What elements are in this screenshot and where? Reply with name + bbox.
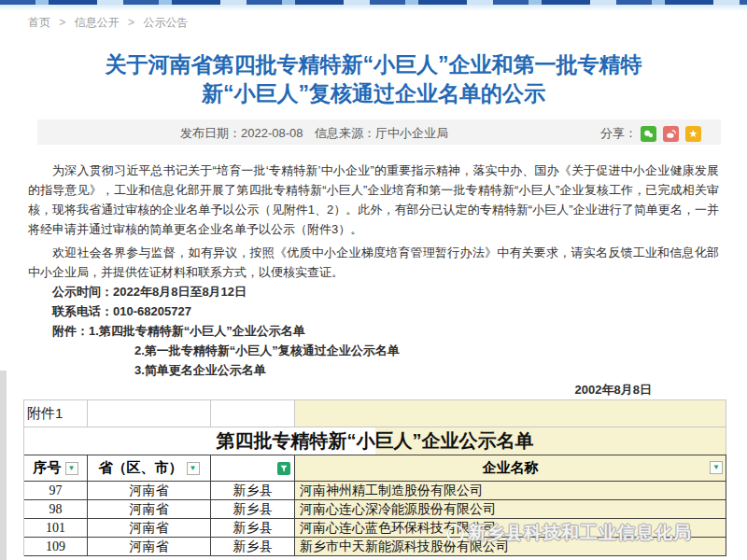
cell-no: 101: [24, 519, 88, 538]
cell-company: 河南神州精工制造股份有限公司: [295, 482, 726, 500]
attachment-link-1[interactable]: 附件：1.第四批专精特新“小巨人”企业公示名单: [28, 321, 719, 341]
filter-arrow-icon[interactable]: ▼: [187, 462, 200, 475]
empty-cell: [295, 399, 726, 427]
breadcrumb-separator: >: [59, 16, 65, 29]
table-row: 98 河南省 新乡县 河南心连心深冷能源股份有限公司: [24, 500, 726, 519]
filter-funnel-icon[interactable]: [277, 462, 290, 475]
cell-province: 河南省: [88, 482, 211, 500]
breadcrumb-separator: >: [128, 16, 134, 29]
table-row: 101 河南省 新乡县 河南心连心蓝色环保科技有限公司: [24, 519, 726, 538]
cell-province: 河南省: [88, 500, 211, 519]
cell-company: 河南心连心深冷能源股份有限公司: [295, 500, 726, 519]
cell-county: 新乡县: [211, 519, 295, 538]
attachment-link-3[interactable]: 3.简单更名企业公示名单: [28, 360, 719, 380]
article-body: 为深入贯彻习近平总书记关于“培育一批‘专精特新’中小企业”的重要指示精神，落实中…: [28, 161, 719, 399]
breadcrumb-announcements[interactable]: 公示公告: [143, 16, 188, 29]
attachment-label-row: 附件1: [24, 399, 726, 427]
publish-date: 发布日期：2022-08-08: [180, 125, 303, 142]
header-no-label: 序号: [34, 459, 62, 477]
share-label: 分享：: [600, 125, 637, 142]
empty-cell: [211, 399, 295, 427]
header-province-label: 省（区、市）: [99, 459, 183, 477]
left-gutter: [0, 371, 7, 560]
header-no: 序号 ▼: [24, 455, 88, 482]
filter-arrow-icon[interactable]: ▼: [65, 462, 78, 475]
page-title: 关于河南省第四批专精特新“小巨人”企业和第一批专精特 新“小巨人”复核通过企业名…: [37, 50, 710, 108]
share-bar: 分享： ★: [600, 125, 701, 142]
page-title-line2: 新“小巨人”复核通过企业名单的公示: [37, 79, 710, 108]
table-header-row: 序号 ▼ 省（区、市） ▼ 企业名称 ▼: [24, 455, 726, 482]
document-date: 2002年8月8日: [28, 380, 719, 399]
weibo-share-icon[interactable]: [663, 126, 679, 142]
header-company: 企业名称 ▼: [295, 455, 726, 482]
info-source: 信息来源：厅中小企业局: [315, 125, 448, 142]
table-title: 第四批专精特新“小巨人”企业公示名单: [24, 427, 726, 455]
header-county: [211, 455, 295, 482]
top-nav-fade: [0, 5, 747, 11]
cell-company: 新乡市中天新能源科技股份有限公司: [295, 538, 726, 556]
breadcrumb-home[interactable]: 首页: [28, 16, 50, 29]
attachment-table: 附件1 第四批专精特新“小巨人”企业公示名单 序号 ▼ 省（区、市） ▼ 企业名…: [23, 399, 726, 556]
header-company-label: 企业名称: [483, 459, 539, 477]
qzone-star-share-icon[interactable]: ★: [685, 126, 701, 142]
cell-province: 河南省: [88, 538, 211, 556]
breadcrumb-info-disclosure[interactable]: 信息公开: [75, 16, 120, 29]
empty-cell: [88, 399, 211, 427]
wechat-share-icon[interactable]: [641, 126, 656, 142]
cell-no: 97: [24, 482, 88, 500]
contact-phone: 联系电话：010-68205727: [28, 301, 719, 321]
attachment-link-2[interactable]: 2.第一批专精特新“小巨人”复核通过企业公示名单: [28, 341, 719, 360]
cell-county: 新乡县: [211, 500, 295, 519]
cell-county: 新乡县: [211, 482, 295, 500]
table-row: 97 河南省 新乡县 河南神州精工制造股份有限公司: [24, 482, 726, 500]
publicity-time: 公示时间：2022年8月8日至8月12日: [28, 282, 719, 301]
cell-county: 新乡县: [211, 538, 295, 556]
breadcrumb: 首页 > 信息公开 > 公示公告: [28, 15, 188, 31]
header-province: 省（区、市） ▼: [88, 455, 211, 482]
page-title-line1: 关于河南省第四批专精特新“小巨人”企业和第一批专精特: [37, 50, 710, 79]
attachment-label: 附件1: [24, 399, 88, 427]
cell-no: 98: [24, 500, 88, 519]
paragraph-2: 欢迎社会各界参与监督，如有异议，按照《优质中小企业梯度培育管理暂行办法》中有关要…: [28, 243, 719, 282]
cell-province: 河南省: [88, 519, 211, 538]
filter-arrow-icon[interactable]: ▼: [710, 461, 723, 474]
cell-no: 109: [24, 538, 88, 556]
cell-company: 河南心连心蓝色环保科技有限公司: [295, 519, 726, 538]
paragraph-1: 为深入贯彻习近平总书记关于“培育一批‘专精特新’中小企业”的重要指示精神，落实中…: [28, 161, 719, 239]
table-row: 109 河南省 新乡县 新乡市中天新能源科技股份有限公司: [24, 538, 726, 556]
